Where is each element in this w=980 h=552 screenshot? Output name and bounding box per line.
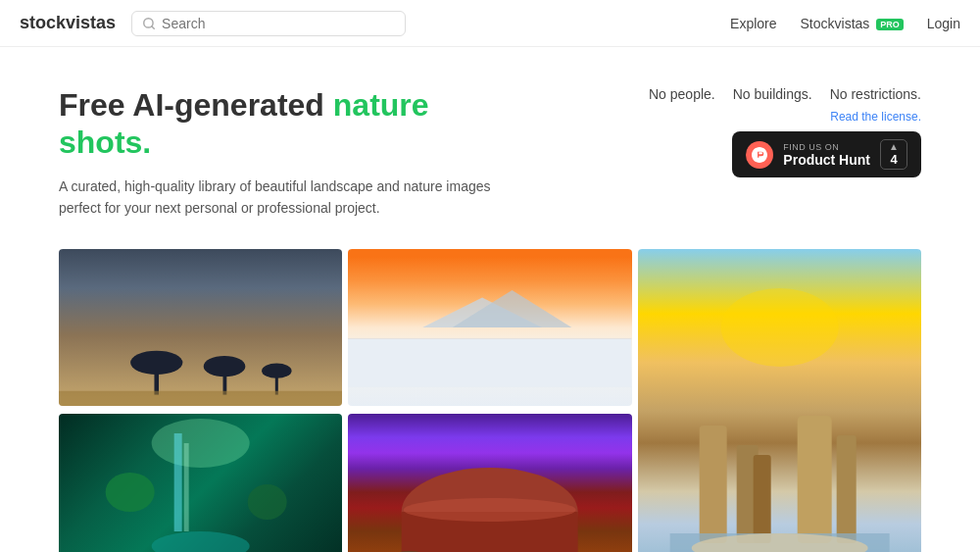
svg-rect-17 bbox=[797, 416, 831, 543]
nav-stockvistas[interactable]: Stockvistas PRO bbox=[801, 16, 904, 31]
hero-right: No people. No buildings. No restrictions… bbox=[649, 86, 921, 177]
svg-rect-23 bbox=[174, 433, 182, 531]
tag-no-buildings: No buildings. bbox=[733, 86, 812, 102]
svg-rect-2 bbox=[59, 286, 342, 406]
hero-section: Free AI-generated nature shots. A curate… bbox=[0, 47, 980, 239]
image-savanna[interactable] bbox=[59, 249, 342, 406]
pro-badge: PRO bbox=[876, 19, 904, 30]
image-cave[interactable] bbox=[59, 414, 342, 552]
ph-text: FIND US ON Product Hunt bbox=[783, 142, 870, 168]
savanna-trees-svg bbox=[59, 249, 342, 406]
ph-name: Product Hunt bbox=[783, 152, 870, 168]
svg-point-27 bbox=[248, 484, 287, 520]
svg-rect-24 bbox=[184, 443, 189, 531]
image-grid bbox=[0, 239, 980, 552]
ph-vote-box[interactable]: ▲ 4 bbox=[880, 139, 907, 170]
search-input[interactable] bbox=[162, 16, 395, 31]
cave-svg bbox=[59, 414, 342, 552]
read-license-link[interactable]: Read the license. bbox=[830, 110, 921, 124]
ph-find-label: FIND US ON bbox=[783, 142, 870, 152]
nav-explore[interactable]: Explore bbox=[730, 16, 776, 31]
search-icon bbox=[142, 17, 156, 30]
svg-point-30 bbox=[404, 498, 576, 522]
hero-title: Free AI-generated nature shots. bbox=[59, 86, 529, 162]
svg-point-26 bbox=[106, 473, 155, 512]
uluru-svg bbox=[348, 414, 631, 552]
svg-point-8 bbox=[262, 363, 291, 377]
svg-rect-19 bbox=[753, 455, 770, 543]
svg-point-14 bbox=[720, 288, 838, 367]
svg-rect-9 bbox=[59, 390, 342, 405]
svg-rect-15 bbox=[699, 426, 726, 543]
cliffs-svg bbox=[638, 249, 921, 552]
product-hunt-icon bbox=[746, 141, 773, 169]
hero-description: A curated, high-quality library of beaut… bbox=[59, 176, 529, 220]
ph-vote-count: 4 bbox=[890, 152, 897, 167]
search-bar[interactable] bbox=[131, 11, 406, 36]
svg-point-6 bbox=[204, 356, 246, 376]
image-cliffs[interactable] bbox=[638, 249, 921, 552]
image-saltflat[interactable] bbox=[348, 249, 631, 406]
hero-tags: No people. No buildings. No restrictions… bbox=[649, 86, 921, 102]
svg-rect-12 bbox=[348, 338, 631, 386]
hero-left: Free AI-generated nature shots. A curate… bbox=[59, 86, 529, 220]
logo-first: stock bbox=[20, 13, 66, 32]
svg-line-1 bbox=[152, 25, 155, 28]
ph-logo-svg bbox=[752, 147, 767, 163]
logo-bold: vistas bbox=[66, 13, 116, 32]
site-header: stockvistas Explore Stockvistas PRO Logi… bbox=[0, 0, 980, 47]
svg-rect-18 bbox=[836, 435, 856, 543]
nav-login[interactable]: Login bbox=[927, 16, 960, 31]
main-nav: Explore Stockvistas PRO Login bbox=[730, 16, 960, 31]
svg-point-4 bbox=[130, 350, 182, 374]
tag-no-restrictions: No restrictions. bbox=[830, 86, 921, 102]
ph-vote-arrow: ▲ bbox=[889, 142, 899, 152]
svg-point-22 bbox=[152, 419, 250, 468]
image-uluru[interactable] bbox=[348, 414, 631, 552]
tag-no-people: No people. bbox=[649, 86, 715, 102]
product-hunt-badge[interactable]: FIND US ON Product Hunt ▲ 4 bbox=[732, 131, 921, 177]
hero-title-white: Free AI-generated bbox=[59, 87, 324, 123]
saltflat-svg bbox=[348, 249, 631, 406]
svg-point-25 bbox=[152, 531, 250, 552]
site-logo[interactable]: stockvistas bbox=[20, 13, 116, 33]
